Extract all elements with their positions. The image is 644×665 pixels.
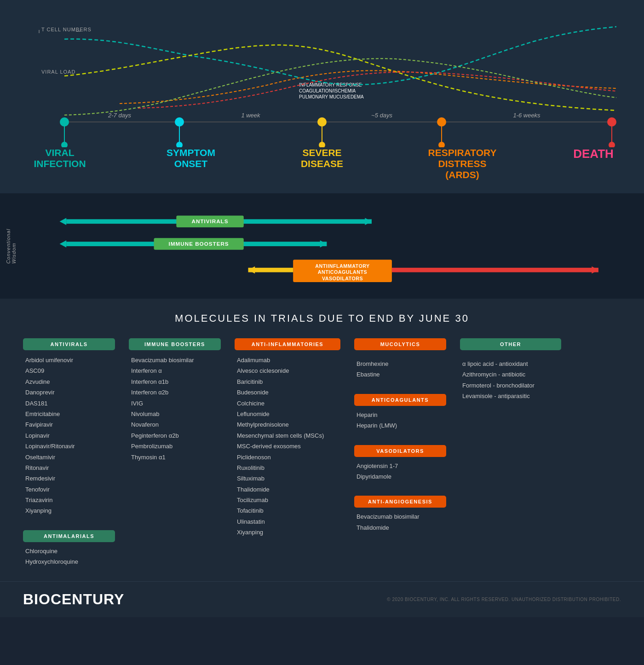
conventional-wisdom-section: ConventionalWisdom ANTIVIRALS IMMUNE BOO…	[0, 193, 644, 299]
stage-respiratory-distress: RESPIRATORYDISTRESS(ARDS)	[421, 147, 504, 180]
mol-item: Interferon α2b	[131, 387, 218, 398]
molecules-title: MOLECULES IN TRIALS DUE TO END BY JUNE 3…	[23, 312, 621, 324]
mol-item: Ulinastatin	[237, 516, 338, 527]
mol-item: Interferon α	[131, 365, 218, 376]
mol-item: Nivolumab	[131, 409, 218, 419]
mol-item: Heparin (LMW)	[356, 420, 444, 431]
mol-item: Thalidomide	[237, 484, 338, 495]
mol-item: Ebastine	[356, 369, 444, 380]
arrows-svg: ANTIVIRALS IMMUNE BOOSTERS ANTIINFLAMMAT…	[51, 207, 616, 283]
viral-infection-label: VIRAL INFECTION	[28, 147, 92, 169]
svg-rect-43	[392, 268, 598, 272]
disease-timeline-section: T CELL NUMBERS VIRAL LOAD INFLAMMATORY R…	[0, 0, 644, 193]
mol-item: Oseltamivir	[25, 452, 113, 463]
mol-item: Methylprednisolone	[237, 419, 338, 430]
column-other: OTHER α lipoic acid - antioxidant Azithr…	[460, 338, 561, 567]
mol-item: Lopinavir/Ritonavir	[25, 441, 113, 451]
badge-anti-inflammatories: ANTI-INFLAMMATORIES	[235, 338, 340, 350]
mol-item: DAS181	[25, 398, 113, 409]
mol-item: Mesenchymal stem cells (MSCs)	[237, 430, 338, 441]
mol-item: Peginterferon α2b	[131, 430, 218, 441]
badge-anticoagulants: ANTICOAGULANTS	[354, 394, 446, 406]
stage-viral-infection: VIRAL INFECTION	[28, 147, 92, 180]
column-immune-boosters: IMMUNE BOOSTERS Bevacizumab biosimilar I…	[129, 338, 221, 567]
list-other: α lipoic acid - antioxidant Azithromycin…	[460, 359, 561, 402]
list-anti-inflammatories: Adalimumab Alvesco ciclesonide Baricitin…	[235, 355, 340, 538]
mol-item: Azvudine	[25, 376, 113, 387]
svg-marker-36	[320, 240, 327, 248]
mol-item: Bevacizumab biosimilar	[131, 355, 218, 365]
mol-item: Thalidomide	[356, 522, 444, 533]
stage-death: DEATH	[570, 147, 616, 180]
respiratory-distress-label: RESPIRATORYDISTRESS(ARDS)	[421, 147, 504, 180]
mol-item: Baricitinib	[237, 376, 338, 387]
list-vasodilators: Angiotensin 1-7 Dipyridamole	[354, 461, 446, 482]
mol-item: Remdesivir	[25, 473, 113, 484]
stage-severe-disease: SEVEREDISEASE	[290, 147, 354, 180]
copyright-text: © 2020 BIOCENTURY, INC. ALL RIGHTS RESER…	[387, 597, 621, 602]
mol-item: α lipoic acid - antioxidant	[462, 359, 559, 369]
badge-anti-angiogenesis: ANTI-ANGIOGENESIS	[354, 496, 446, 508]
badge-antimalarials: ANTIMALARIALS	[23, 530, 115, 542]
svg-marker-32	[60, 240, 67, 248]
svg-marker-44	[592, 266, 598, 274]
mol-item: Novaferon	[131, 419, 218, 430]
badge-antivirals: ANTIVIRALS	[23, 338, 115, 350]
list-mucolytics: Bromhexine Ebastine	[354, 359, 446, 380]
mol-item: IVIG	[131, 398, 218, 409]
svg-point-10	[61, 142, 68, 147]
mol-item: Xiyanping	[25, 505, 113, 516]
mol-item: Chloroquine	[25, 546, 113, 556]
mol-item: Bevacizumab biosimilar	[356, 511, 444, 522]
mol-item: Azithromycin - antibiotic	[462, 369, 559, 380]
disease-chart: T CELL NUMBERS VIRAL LOAD INFLAMMATORY R…	[28, 14, 616, 147]
mol-item: Favipiravir	[25, 419, 113, 430]
molecules-section: MOLECULES IN TRIALS DUE TO END BY JUNE 3…	[0, 299, 644, 581]
badge-other: OTHER	[460, 338, 561, 350]
list-anticoagulants: Heparin Heparin (LMW)	[354, 410, 446, 431]
mol-item: Thymosin α1	[131, 452, 218, 463]
column-anti-inflammatories: ANTI-INFLAMMATORIES Adalimumab Alvesco c…	[235, 338, 340, 567]
badge-vasodilators: VASODILATORS	[354, 445, 446, 457]
mol-item: Piclidenoson	[237, 452, 338, 463]
svg-text:ANTIVIRALS: ANTIVIRALS	[192, 218, 229, 224]
mol-item: Alvesco ciclesonide	[237, 365, 338, 376]
mol-item: Siltuximab	[237, 473, 338, 484]
mol-item: Levamisole - antiparasitic	[462, 391, 559, 401]
mol-item: Tocilizumab	[237, 495, 338, 505]
list-antivirals: Arbidol umifenovir ASC09 Azvudine Danopr…	[23, 355, 115, 516]
stage-symptom-onset: SYMPTOMONSET	[159, 147, 223, 180]
svg-rect-41	[248, 268, 293, 272]
mol-item: Budesonide	[237, 387, 338, 398]
svg-text:IMMUNE BOOSTERS: IMMUNE BOOSTERS	[169, 241, 229, 247]
svg-text:COAGULATION/ISCHEMIA: COAGULATION/ISCHEMIA	[299, 88, 356, 93]
svg-marker-27	[60, 218, 67, 225]
svg-point-13	[176, 142, 183, 147]
mol-item: Colchicine	[237, 398, 338, 409]
mol-item: Ritonavir	[25, 463, 113, 473]
svg-marker-42	[248, 266, 255, 274]
svg-text:1-6 weeks: 1-6 weeks	[513, 112, 540, 119]
mol-item: Xiyanping	[237, 527, 338, 538]
column-antivirals: ANTIVIRALS Arbidol umifenovir ASC09 Azvu…	[23, 338, 115, 567]
mol-item: ASC09	[25, 365, 113, 376]
mol-item: Pembrolizumab	[131, 441, 218, 451]
svg-text:ANTICOAGULANTS: ANTICOAGULANTS	[318, 269, 367, 275]
mol-item: Tofacitinib	[237, 505, 338, 516]
mol-item: Triazavirin	[25, 495, 113, 505]
mol-item: Tenofovir	[25, 484, 113, 495]
mol-item: Hydroxychloroquine	[25, 556, 113, 567]
svg-point-19	[438, 142, 445, 147]
stage-labels: VIRAL INFECTION SYMPTOMONSET SEVEREDISEA…	[28, 145, 616, 192]
severe-disease-label: SEVEREDISEASE	[290, 147, 354, 169]
badge-immune-boosters: IMMUNE BOOSTERS	[129, 338, 221, 350]
mol-item: Adalimumab	[237, 355, 338, 365]
list-anti-angiogenesis: Bevacizumab biosimilar Thalidomide	[354, 511, 446, 533]
svg-text:T CELL NUMBERS: T CELL NUMBERS	[41, 27, 92, 32]
svg-text:VIRAL LOAD: VIRAL LOAD	[41, 69, 75, 75]
arrows-area: ANTIVIRALS IMMUNE BOOSTERS ANTIINFLAMMAT…	[51, 207, 616, 285]
death-label: DEATH	[570, 147, 616, 161]
svg-text:ANTIINFLAMMATORY: ANTIINFLAMMATORY	[315, 263, 369, 269]
symptom-onset-label: SYMPTOMONSET	[159, 147, 223, 169]
svg-text:2-7 days: 2-7 days	[108, 112, 131, 119]
